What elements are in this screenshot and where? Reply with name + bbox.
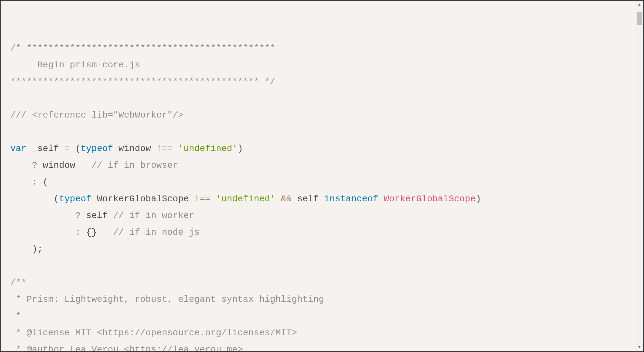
code-token: 'undefined' bbox=[178, 144, 238, 154]
code-token: window bbox=[37, 160, 91, 170]
code-token: WorkerGlobalScope bbox=[91, 194, 194, 204]
code-token bbox=[211, 194, 216, 204]
code-token: // if in node js bbox=[113, 227, 200, 237]
code-token: typeof bbox=[59, 194, 91, 204]
code-token: ( bbox=[70, 144, 81, 154]
code-token: /** * Prism: Lightweight, robust, elegan… bbox=[10, 278, 324, 351]
code-token: : bbox=[75, 227, 81, 237]
code-token bbox=[10, 177, 32, 187]
code-token: ? bbox=[32, 160, 37, 170]
source-code: /* *************************************… bbox=[10, 23, 634, 351]
code-token: window bbox=[113, 144, 156, 154]
code-token bbox=[275, 194, 281, 204]
code-editor-viewport: /* *************************************… bbox=[0, 0, 644, 352]
code-token: // if in browser bbox=[91, 160, 178, 170]
code-token: /* *************************************… bbox=[10, 43, 275, 87]
code-token: 'undefined' bbox=[216, 194, 276, 204]
code-token: : bbox=[32, 177, 37, 187]
code-token: ? bbox=[75, 211, 81, 221]
code-token: self bbox=[292, 194, 324, 204]
code-token: instanceof bbox=[324, 194, 378, 204]
code-token: WorkerGlobalScope bbox=[384, 194, 476, 204]
code-token: /// <reference lib="WebWorker"/> bbox=[10, 110, 184, 120]
code-token bbox=[10, 227, 75, 237]
code-scroll-area[interactable]: /* *************************************… bbox=[1, 1, 643, 351]
scroll-up-arrow-icon[interactable]: ▲ bbox=[636, 1, 643, 8]
code-token: ); bbox=[10, 244, 43, 254]
vertical-scrollbar[interactable]: ▲ ▼ bbox=[636, 1, 643, 351]
code-token: // if in worker bbox=[113, 211, 194, 221]
code-token: && bbox=[281, 194, 292, 204]
scrollbar-thumb[interactable] bbox=[637, 12, 642, 25]
code-token: var bbox=[10, 144, 26, 154]
code-token: {} bbox=[80, 227, 113, 237]
scroll-down-arrow-icon[interactable]: ▼ bbox=[636, 344, 643, 351]
code-token: = bbox=[64, 144, 70, 154]
code-token: self bbox=[80, 211, 113, 221]
code-token bbox=[378, 194, 384, 204]
code-token: !== bbox=[156, 144, 173, 154]
code-token bbox=[173, 144, 178, 154]
code-token: _self bbox=[26, 144, 64, 154]
code-token: typeof bbox=[80, 144, 113, 154]
code-token: !== bbox=[194, 194, 210, 204]
